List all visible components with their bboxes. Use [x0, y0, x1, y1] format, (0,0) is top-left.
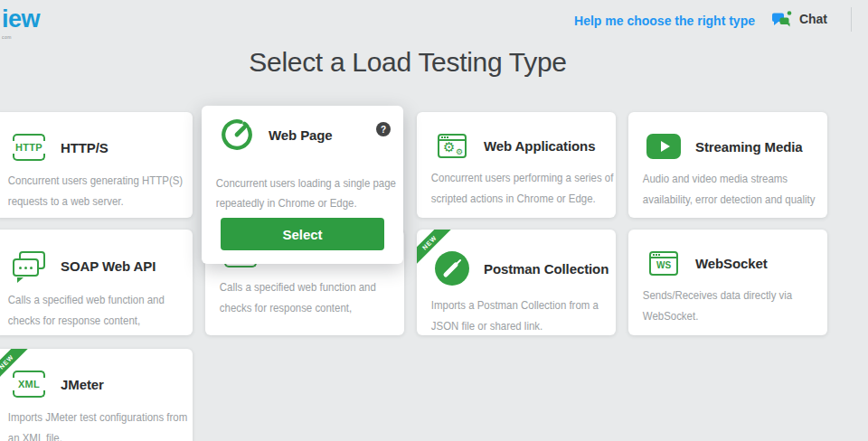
card-title: Postman Collection — [484, 261, 609, 277]
logo-text: iew — [2, 5, 40, 33]
chat-bubbles-icon — [12, 251, 46, 280]
http-badge-icon: HTTP — [12, 134, 46, 161]
page-title: Select a Load Testing Type — [0, 47, 816, 78]
logo-subtext: com — [2, 34, 40, 40]
websocket-browser-icon: WS — [649, 251, 678, 276]
browser-gears-icon: ⚙ ⚙ — [438, 134, 467, 158]
speedometer-icon — [220, 117, 254, 152]
card-title: WebSocket — [695, 256, 768, 271]
card-description: Imports a Postman Collection from a JSON… — [417, 295, 617, 336]
card-soap-web-api[interactable]: SOAP Web API Calls a specified web funct… — [0, 230, 193, 335]
play-video-icon — [646, 134, 681, 159]
card-title: Web Applications — [484, 138, 595, 154]
card-web-applications[interactable]: ⚙ ⚙ Web Applications Concurrent users pe… — [417, 112, 616, 218]
card-description: Sends/Receives data directly via WebSock… — [628, 285, 828, 326]
card-description: Calls a specified web function and check… — [0, 289, 193, 331]
card-title: HTTP/S — [61, 140, 108, 155]
chat-icon — [771, 10, 792, 28]
card-title: SOAP Web API — [61, 258, 156, 274]
loadview-logo[interactable]: iew com — [2, 7, 40, 40]
card-jmeter[interactable]: NEW XML JMeter Imports JMeter test confi… — [0, 349, 193, 441]
card-description: Calls a specified web function and check… — [205, 277, 405, 318]
card-description: Concurrent users generating HTTP(S) requ… — [0, 170, 193, 211]
card-postman-collection[interactable]: NEW Postman Collection Imports a Postman… — [417, 230, 616, 335]
card-websocket[interactable]: WS WebSocket Sends/Receives data directl… — [628, 230, 827, 335]
select-button[interactable]: Select — [221, 218, 384, 250]
question-mark-icon[interactable]: ? — [376, 122, 391, 136]
card-title: Web Page — [269, 127, 333, 143]
card-description: Audio and video media streams availabili… — [628, 168, 828, 210]
header-divider — [851, 7, 852, 32]
card-web-page[interactable]: ? Web Page Concurrent users loading a si… — [202, 106, 403, 264]
card-title: JMeter — [61, 377, 104, 392]
new-ribbon: NEW — [0, 349, 35, 390]
card-title: Streaming Media — [695, 139, 803, 155]
new-ribbon: NEW — [417, 230, 458, 271]
card-description: Imports JMeter test configurations from … — [0, 407, 193, 441]
card-streaming-media[interactable]: Streaming Media Audio and video media st… — [628, 112, 827, 218]
card-description: Concurrent users performing a series of … — [417, 167, 617, 209]
card-description: Concurrent users loading a single page r… — [202, 174, 404, 213]
chat-button[interactable]: Chat — [771, 10, 827, 28]
card-http-s[interactable]: HTTP HTTP/S Concurrent users generating … — [0, 112, 193, 218]
help-me-choose-link[interactable]: Help me choose the right type — [574, 14, 755, 28]
chat-label: Chat — [799, 12, 827, 26]
